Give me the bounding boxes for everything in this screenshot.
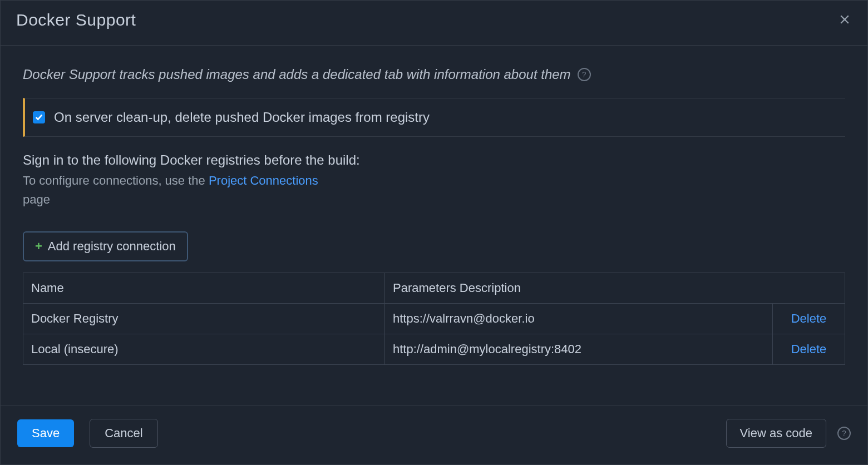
description-row: Docker Support tracks pushed images and …	[23, 67, 845, 82]
add-registry-button[interactable]: + Add registry connection	[23, 231, 188, 261]
help-icon[interactable]: ?	[837, 427, 851, 440]
dialog-footer: Save Cancel View as code ?	[1, 405, 867, 464]
table-row: Local (insecure) http://admin@mylocalreg…	[23, 334, 845, 365]
signin-sub-prefix: To configure connections, use the	[23, 174, 209, 187]
view-as-code-button[interactable]: View as code	[726, 419, 826, 448]
col-header-params: Parameters Description	[385, 273, 845, 304]
delete-link[interactable]: Delete	[791, 311, 827, 325]
footer-left: Save Cancel	[17, 419, 158, 448]
docker-support-dialog: Docker Support Docker Support tracks pus…	[0, 0, 868, 465]
registry-table: Name Parameters Description Docker Regis…	[23, 273, 845, 365]
signin-subtext: To configure connections, use the Projec…	[23, 174, 845, 188]
footer-right: View as code ?	[726, 419, 851, 448]
cell-params: https://valrravn@docker.io	[385, 304, 773, 334]
col-header-name: Name	[23, 273, 385, 304]
table-row: Docker Registry https://valrravn@docker.…	[23, 304, 845, 334]
description-text: Docker Support tracks pushed images and …	[23, 67, 571, 82]
signin-page-text: page	[23, 192, 845, 207]
close-icon[interactable]	[837, 12, 852, 28]
cleanup-label[interactable]: On server clean-up, delete pushed Docker…	[54, 110, 430, 125]
signin-heading: Sign in to the following Docker registri…	[23, 152, 845, 168]
dialog-header: Docker Support	[1, 1, 867, 46]
dialog-title: Docker Support	[16, 11, 136, 29]
plus-icon: +	[35, 240, 42, 253]
dialog-body: Docker Support tracks pushed images and …	[1, 46, 867, 383]
cell-params: http://admin@mylocalregistry:8402	[385, 334, 773, 365]
delete-link[interactable]: Delete	[791, 342, 827, 356]
save-button[interactable]: Save	[17, 419, 74, 447]
cancel-button[interactable]: Cancel	[90, 419, 157, 448]
cell-name: Docker Registry	[23, 304, 385, 334]
table-header-row: Name Parameters Description	[23, 273, 845, 304]
add-registry-label: Add registry connection	[48, 239, 176, 254]
cleanup-row: On server clean-up, delete pushed Docker…	[23, 98, 845, 137]
cleanup-checkbox[interactable]	[33, 111, 45, 123]
cell-name: Local (insecure)	[23, 334, 385, 365]
project-connections-link[interactable]: Project Connections	[209, 174, 318, 187]
help-icon[interactable]: ?	[578, 68, 591, 81]
